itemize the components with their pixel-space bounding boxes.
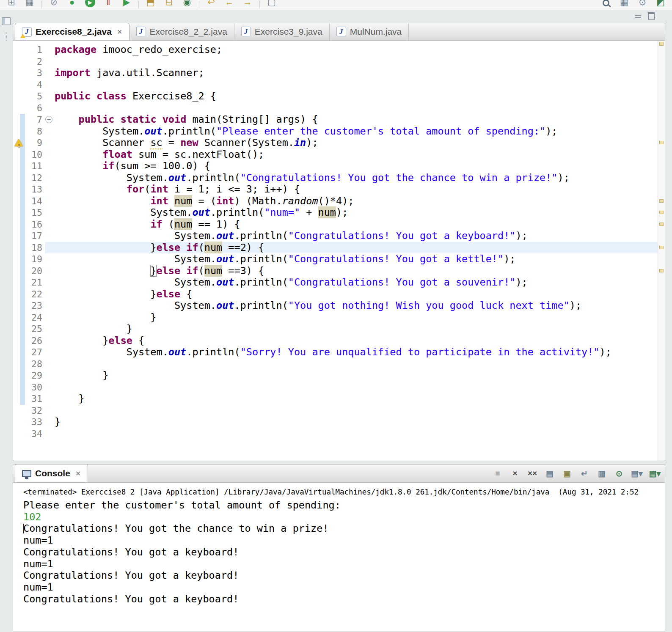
code-line[interactable]: 31 }: [13, 393, 665, 405]
code-editor[interactable]: 1package imooc_redo_exercise;23import ja…: [13, 41, 665, 461]
back-icon[interactable]: ←: [223, 0, 236, 9]
code-line[interactable]: 30: [13, 382, 665, 393]
code-line[interactable]: 2: [13, 56, 665, 68]
close-icon[interactable]: ×: [76, 469, 81, 478]
ruler-warning-mark[interactable]: [659, 246, 664, 249]
editor-tab[interactable]: JExercise8_2_2.java: [129, 23, 234, 40]
fold-margin: [45, 137, 55, 149]
editor-tab[interactable]: JExercise3_9.java: [234, 23, 330, 40]
code-line[interactable]: 10 float sum = sc.nextFloat();: [13, 149, 665, 161]
word-wrap-icon[interactable]: ↵: [579, 468, 590, 479]
code-line[interactable]: 6: [13, 102, 665, 114]
code-line[interactable]: 14 int num = (int) (Math.random()*4);: [13, 195, 665, 207]
ruler-warning-mark[interactable]: [659, 269, 664, 272]
code-line[interactable]: 26 }else {: [13, 335, 665, 347]
console-line[interactable]: Please enter the customer's total amount…: [13, 500, 665, 511]
remove-all-terminated-icon[interactable]: ××: [527, 468, 538, 479]
console-line[interactable]: num=1: [13, 535, 665, 547]
terminate-icon[interactable]: ■: [492, 468, 503, 479]
fold-margin: [45, 382, 55, 393]
console-line[interactable]: 102: [13, 511, 665, 523]
remove-launch-icon[interactable]: ×: [510, 468, 521, 479]
code-line[interactable]: 28: [13, 358, 665, 370]
minimize-icon[interactable]: [634, 12, 642, 19]
save-icon[interactable]: ▦: [23, 0, 36, 9]
last-edit-location-icon[interactable]: ↩: [205, 0, 218, 9]
code-line[interactable]: 24 }: [13, 312, 665, 324]
ruler-warning-mark[interactable]: [659, 141, 664, 144]
code-line[interactable]: 21 System.out.println("Congratulations! …: [13, 277, 665, 289]
forward-icon[interactable]: →: [241, 0, 254, 9]
code-line[interactable]: 34: [13, 428, 665, 440]
code-line[interactable]: 1package imooc_redo_exercise;: [13, 44, 665, 56]
open-task-icon[interactable]: ▢: [265, 0, 278, 9]
run-external-tools-icon[interactable]: ▶: [120, 0, 133, 9]
code-line[interactable]: 15 System.out.println("num=" + num);: [13, 207, 665, 219]
ruler-warning-mark[interactable]: [659, 199, 664, 203]
code-line[interactable]: 29 }: [13, 370, 665, 382]
code-line[interactable]: 5public class Exerccise8_2 {: [13, 91, 665, 102]
annotation-margin: [13, 207, 25, 219]
new-java-project-icon[interactable]: ⬒: [144, 0, 157, 9]
code-line[interactable]: 4: [13, 79, 665, 91]
ruler-warning-mark[interactable]: [659, 223, 664, 226]
code-line[interactable]: 11 if(sum >= 100.0) {: [13, 160, 665, 172]
new-wizard-icon[interactable]: ⊞: [5, 0, 18, 9]
console-line[interactable]: num=1: [13, 582, 665, 594]
editor-tab[interactable]: JExerccise8_2.java×: [15, 23, 129, 40]
code-line[interactable]: 16 if (num == 1) {: [13, 219, 665, 231]
code-line[interactable]: 18 }else if(num ==2) {: [13, 242, 665, 254]
debug-icon[interactable]: ●: [66, 0, 78, 9]
overview-ruler[interactable]: [658, 41, 665, 461]
clear-console-icon[interactable]: ▤: [544, 468, 555, 479]
code-line[interactable]: 7− public static void main(String[] args…: [13, 114, 665, 126]
console-line[interactable]: num=1: [13, 558, 665, 570]
tab-console[interactable]: Console ×: [15, 464, 88, 482]
code-text: System.out.println("Congratulations! You…: [55, 230, 665, 242]
code-line[interactable]: 23 System.out.println("You got nothing! …: [13, 300, 665, 312]
open-console-icon[interactable]: ▤▾: [649, 468, 661, 479]
new-class-icon[interactable]: ◉: [181, 0, 193, 9]
console-line[interactable]: Congratulations! You got a keyboard!: [13, 594, 665, 605]
close-icon[interactable]: ×: [117, 27, 122, 37]
code-line[interactable]: 33}: [13, 416, 665, 428]
table-icon[interactable]: ▦: [618, 0, 631, 9]
scroll-lock-icon[interactable]: ▣: [562, 468, 573, 479]
java-perspective-icon[interactable]: ◩: [654, 0, 667, 9]
run-icon[interactable]: ▶: [84, 0, 96, 9]
display-selected-console-icon[interactable]: ▤▾: [631, 468, 643, 479]
editor-tab[interactable]: JMulNum.java: [330, 23, 409, 40]
code-line[interactable]: 19 System.out.println("Congratulations! …: [13, 253, 665, 265]
pin-editor-icon[interactable]: ⊙: [636, 0, 649, 9]
code-line[interactable]: 22 }else {: [13, 289, 665, 300]
coverage-icon[interactable]: ‖: [102, 0, 115, 9]
code-text: public static void main(String[] args) {: [55, 114, 665, 126]
console-line[interactable]: Congratulations! You got a keyboard!: [13, 547, 665, 558]
code-line[interactable]: 17 System.out.println("Congratulations! …: [13, 230, 665, 242]
console-line[interactable]: Congratulations! You got a keyboard!: [13, 570, 665, 582]
fold-collapse-icon[interactable]: −: [45, 116, 52, 123]
pin-console-icon[interactable]: ⊙: [614, 468, 625, 479]
code-line[interactable]: 32: [13, 405, 665, 417]
code-line[interactable]: 9 Scanner sc = new Scanner(System.in);: [13, 137, 665, 149]
code-line[interactable]: 12 System.out.println("Congratulations! …: [13, 172, 665, 184]
code-line[interactable]: 8 System.out.println("Please enter the c…: [13, 126, 665, 137]
ruler-warning-mark[interactable]: [659, 211, 664, 214]
code-line[interactable]: 13 for(int i = 1; i <= 3; i++) {: [13, 184, 665, 195]
code-line[interactable]: 25 }: [13, 323, 665, 335]
overview-warning-indicator[interactable]: [659, 42, 664, 46]
restore-view-icon[interactable]: [2, 17, 11, 25]
annotation-margin: [13, 416, 25, 428]
skip-breakpoints-icon[interactable]: ⊘: [47, 0, 60, 9]
show-console-on-output-icon[interactable]: ▥: [596, 468, 607, 479]
console-line[interactable]: Congratulations! You got the chance to w…: [13, 523, 665, 535]
maximize-icon[interactable]: [647, 12, 655, 19]
new-package-icon[interactable]: ⊟: [162, 0, 175, 9]
code-line[interactable]: 3import java.util.Scanner;: [13, 67, 665, 79]
code-line[interactable]: 27 System.out.println("Sorry! You are un…: [13, 346, 665, 358]
code-line[interactable]: 20 }else if(num ==3) {: [13, 265, 665, 277]
search-icon[interactable]: [600, 0, 612, 9]
warning-icon[interactable]: [14, 139, 23, 146]
console-output[interactable]: Please enter the customer's total amount…: [13, 499, 665, 605]
view-grip-icon[interactable]: ⁞⁞: [5, 33, 8, 40]
